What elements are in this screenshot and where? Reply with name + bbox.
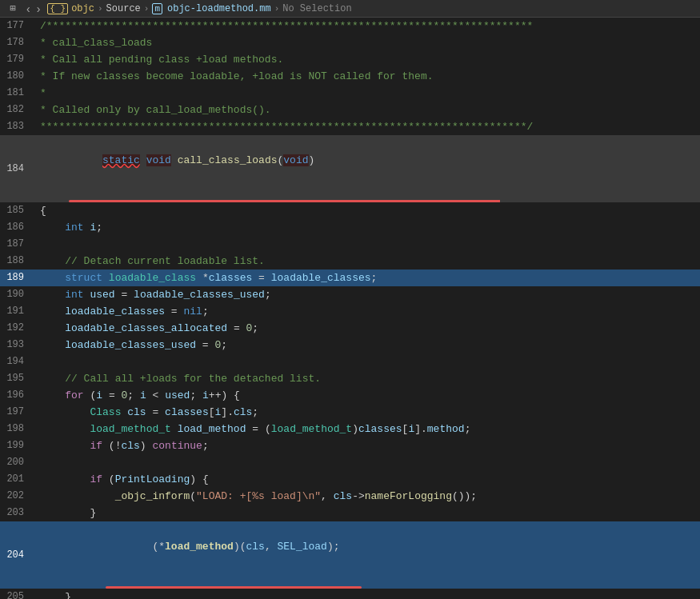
line-number: 192 bbox=[0, 320, 34, 337]
table-row: 201 if (PrintLoading) { bbox=[0, 471, 700, 488]
code-line: _objc_inform("LOAD: +[%s load]\n", cls->… bbox=[34, 488, 700, 505]
table-row: 205 } bbox=[0, 589, 700, 599]
code-line: Class cls = classes[i].cls; bbox=[34, 404, 700, 421]
line-number: 193 bbox=[0, 337, 34, 353]
breadcrumb-file-icon: { } bbox=[47, 3, 68, 14]
breadcrumb-sep2: › bbox=[144, 4, 150, 14]
table-row: 197 Class cls = classes[i].cls; bbox=[0, 404, 700, 421]
code-line: loadable_classes_allocated = 0; bbox=[34, 320, 700, 337]
table-row: 181 * bbox=[0, 85, 700, 102]
line-number: 187 bbox=[0, 236, 34, 253]
line-number: 177 bbox=[0, 18, 34, 34]
code-line: loadable_classes = nil; bbox=[34, 303, 700, 320]
line-number: 201 bbox=[0, 471, 34, 488]
code-line: int used = loadable_classes_used; bbox=[34, 286, 700, 303]
line-number: 195 bbox=[0, 370, 34, 387]
table-row: 198 load_method_t load_method = (load_me… bbox=[0, 421, 700, 437]
code-line: struct loadable_class *classes = loadabl… bbox=[34, 270, 700, 286]
code-line: /***************************************… bbox=[34, 18, 700, 34]
line-number: 198 bbox=[0, 421, 34, 437]
line-number: 184 bbox=[0, 135, 34, 202]
code-line: // Detach current loadable list. bbox=[34, 253, 700, 270]
table-row: 189 struct loadable_class *classes = loa… bbox=[0, 270, 700, 286]
code-line: for (i = 0; i < used; i++) { bbox=[34, 387, 700, 404]
table-row: 190 int used = loadable_classes_used; bbox=[0, 286, 700, 303]
line-number: 199 bbox=[0, 437, 34, 454]
table-row: 200 bbox=[0, 454, 700, 471]
table-row: 178 * call_class_loads bbox=[0, 34, 700, 51]
table-row: 180 * If new classes become loadable, +l… bbox=[0, 68, 700, 85]
code-line: static void call_class_loads(void) bbox=[34, 135, 700, 202]
code-line: * Called only by call_load_methods(). bbox=[34, 102, 700, 118]
code-line bbox=[34, 454, 700, 471]
line-number: 203 bbox=[0, 505, 34, 521]
table-row: 183 ************************************… bbox=[0, 118, 700, 135]
line-number: 200 bbox=[0, 454, 34, 471]
table-row: 185 { bbox=[0, 202, 700, 219]
line-number: 186 bbox=[0, 219, 34, 236]
breadcrumb-selection: No Selection bbox=[282, 3, 351, 14]
code-editor[interactable]: 177 /***********************************… bbox=[0, 18, 700, 599]
table-row: 188 // Detach current loadable list. bbox=[0, 253, 700, 270]
line-number: 178 bbox=[0, 34, 34, 51]
code-line: load_method_t load_method = (load_method… bbox=[34, 421, 700, 437]
code-line: // Call all +loads for the detached list… bbox=[34, 370, 700, 387]
table-row: 179 * Call all pending class +load metho… bbox=[0, 51, 700, 68]
breadcrumb: { } objc › Source › m objc-loadmethod.mm… bbox=[47, 3, 351, 14]
line-number: 204 bbox=[0, 521, 34, 589]
table-row: 187 bbox=[0, 236, 700, 253]
code-line: } bbox=[34, 589, 700, 599]
line-number: 181 bbox=[0, 85, 34, 102]
code-line: if (!cls) continue; bbox=[34, 437, 700, 454]
table-row: 182 * Called only by call_load_methods()… bbox=[0, 102, 700, 118]
line-number: 183 bbox=[0, 118, 34, 135]
code-line: * call_class_loads bbox=[34, 34, 700, 51]
line-number: 196 bbox=[0, 387, 34, 404]
table-row: 196 for (i = 0; i < used; i++) { bbox=[0, 387, 700, 404]
table-row: 195 // Call all +loads for the detached … bbox=[0, 370, 700, 387]
code-line: } bbox=[34, 505, 700, 521]
topbar: ⊞ ‹ › { } objc › Source › m objc-loadmet… bbox=[0, 0, 700, 18]
table-row: 203 } bbox=[0, 505, 700, 521]
code-line: ****************************************… bbox=[34, 118, 700, 135]
line-number: 180 bbox=[0, 68, 34, 85]
nav-forward-button[interactable]: › bbox=[34, 3, 43, 14]
line-number: 197 bbox=[0, 404, 34, 421]
code-line: * Call all pending class +load methods. bbox=[34, 51, 700, 68]
line-number: 194 bbox=[0, 353, 34, 370]
code-line bbox=[34, 353, 700, 370]
table-row: 194 bbox=[0, 353, 700, 370]
breadcrumb-sep3: › bbox=[274, 4, 280, 14]
breadcrumb-method[interactable]: objc-loadmethod.mm bbox=[167, 3, 271, 14]
line-number: 185 bbox=[0, 202, 34, 219]
code-line: if (PrintLoading) { bbox=[34, 471, 700, 488]
table-row: 199 if (!cls) continue; bbox=[0, 437, 700, 454]
code-line: (*load_method)(cls, SEL_load); bbox=[34, 521, 700, 589]
table-row: 186 int i; bbox=[0, 219, 700, 236]
table-row: 204 (*load_method)(cls, SEL_load); bbox=[0, 521, 700, 589]
code-line: { bbox=[34, 202, 700, 219]
breadcrumb-sep1: › bbox=[98, 4, 103, 14]
code-line: * If new classes become loadable, +load … bbox=[34, 68, 700, 85]
table-row: 193 loadable_classes_used = 0; bbox=[0, 337, 700, 353]
line-number: 179 bbox=[0, 51, 34, 68]
table-row: 191 loadable_classes = nil; bbox=[0, 303, 700, 320]
code-line: loadable_classes_used = 0; bbox=[34, 337, 700, 353]
breadcrumb-method-icon: m bbox=[152, 3, 162, 14]
nav-back-button[interactable]: ‹ bbox=[24, 3, 33, 14]
navigation-buttons[interactable]: ‹ › bbox=[24, 3, 42, 14]
code-line bbox=[34, 236, 700, 253]
table-row: 192 loadable_classes_allocated = 0; bbox=[0, 320, 700, 337]
line-number: 188 bbox=[0, 253, 34, 270]
table-row: 177 /***********************************… bbox=[0, 18, 700, 34]
breadcrumb-file[interactable]: objc bbox=[71, 3, 94, 14]
line-number: 189 bbox=[0, 270, 34, 286]
breadcrumb-source[interactable]: Source bbox=[106, 3, 141, 14]
line-number: 205 bbox=[0, 589, 34, 599]
line-number: 182 bbox=[0, 102, 34, 118]
line-number: 191 bbox=[0, 303, 34, 320]
code-line: * bbox=[34, 85, 700, 102]
grid-icon: ⊞ bbox=[6, 2, 19, 15]
line-number: 190 bbox=[0, 286, 34, 303]
code-table: 177 /***********************************… bbox=[0, 18, 700, 599]
